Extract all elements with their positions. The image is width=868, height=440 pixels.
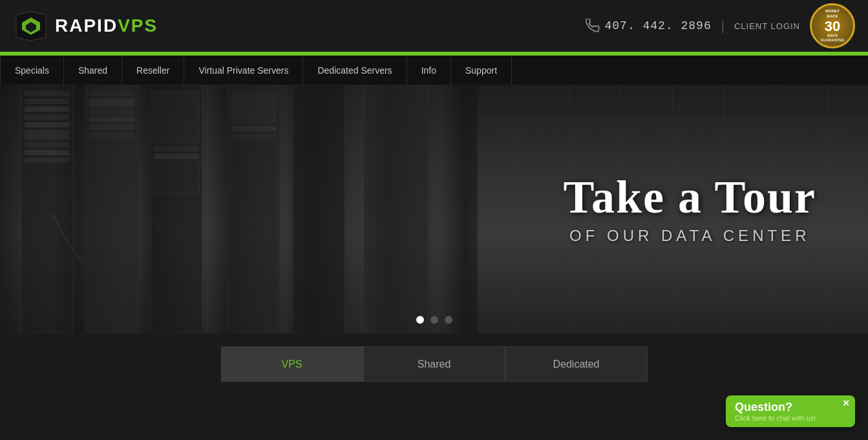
svg-rect-12	[25, 107, 70, 112]
svg-rect-23	[89, 125, 134, 130]
svg-rect-9	[364, 85, 429, 333]
nav-vps[interactable]: Virtual Private Servers	[184, 56, 303, 85]
svg-rect-30	[231, 126, 277, 131]
nav-reseller[interactable]: Reseller	[122, 56, 184, 85]
svg-rect-14	[25, 122, 70, 127]
svg-rect-13	[25, 114, 70, 120]
svg-rect-27	[154, 154, 199, 159]
slider-dot-3[interactable]	[445, 316, 452, 324]
hero-title: Take a Tour	[563, 174, 816, 220]
guarantee-badge: MONEY BACK 30 DAYS GUARANTEE	[810, 3, 855, 48]
divider: |	[721, 19, 725, 34]
svg-rect-20	[89, 99, 134, 107]
svg-rect-19	[89, 91, 134, 96]
svg-rect-18	[25, 158, 70, 163]
svg-rect-22	[89, 117, 134, 122]
client-login-link[interactable]: Client Login	[734, 21, 800, 31]
bottom-section: VPS Shared Dedicated	[0, 333, 868, 395]
phone-icon	[586, 19, 600, 33]
guarantee-days-label: DAYS	[827, 34, 838, 38]
svg-rect-10	[25, 91, 70, 96]
svg-rect-24	[89, 132, 134, 138]
svg-rect-11	[25, 99, 70, 104]
svg-rect-26	[154, 146, 199, 151]
svg-rect-16	[25, 142, 70, 147]
svg-rect-31	[231, 134, 277, 139]
guarantee-money: MONEY	[825, 9, 840, 14]
svg-rect-28	[154, 162, 199, 194]
nav-dedicated[interactable]: Dedicated Servers	[303, 56, 407, 85]
tab-shared[interactable]: Shared	[363, 346, 505, 382]
svg-rect-17	[25, 150, 70, 155]
hero-text-area: Take a Tour of our data center	[563, 174, 816, 245]
nav-support[interactable]: Support	[451, 56, 512, 85]
slider-dot-2[interactable]	[430, 316, 438, 324]
nav-specials[interactable]: Specials	[0, 56, 64, 85]
hero-banner: Take a Tour of our data center	[0, 85, 868, 333]
logo: RAPIDVPS	[13, 8, 158, 44]
logo-icon	[13, 8, 48, 44]
svg-rect-29	[231, 91, 277, 123]
phone-number: 407. 442. 2896	[605, 19, 712, 32]
svg-rect-25	[154, 91, 199, 143]
guarantee-label: GUARANTEE	[820, 38, 845, 43]
guarantee-days: 30	[825, 19, 840, 34]
svg-rect-8	[293, 85, 344, 333]
slider-dot-1[interactable]	[416, 316, 424, 324]
tab-dedicated[interactable]: Dedicated	[505, 346, 648, 382]
logo-text: RAPIDVPS	[55, 16, 158, 36]
main-nav: Specials Shared Reseller Virtual Private…	[0, 54, 868, 85]
product-tabs: VPS Shared Dedicated	[221, 346, 648, 382]
svg-rect-15	[25, 130, 70, 140]
svg-rect-32	[231, 141, 277, 219]
nav-info[interactable]: Info	[407, 56, 451, 85]
header: RAPIDVPS 407. 442. 2896 | Client Login M…	[0, 0, 868, 52]
tab-vps[interactable]: VPS	[221, 346, 363, 382]
rack-svg	[0, 85, 521, 333]
svg-rect-21	[89, 109, 134, 114]
slider-dots	[416, 316, 452, 324]
phone-area: 407. 442. 2896	[586, 19, 712, 33]
hero-subtitle: of our data center	[563, 227, 816, 245]
nav-shared[interactable]: Shared	[64, 56, 122, 85]
svg-rect-4	[21, 85, 73, 333]
header-right: 407. 442. 2896 | Client Login MONEY BACK…	[586, 3, 856, 48]
